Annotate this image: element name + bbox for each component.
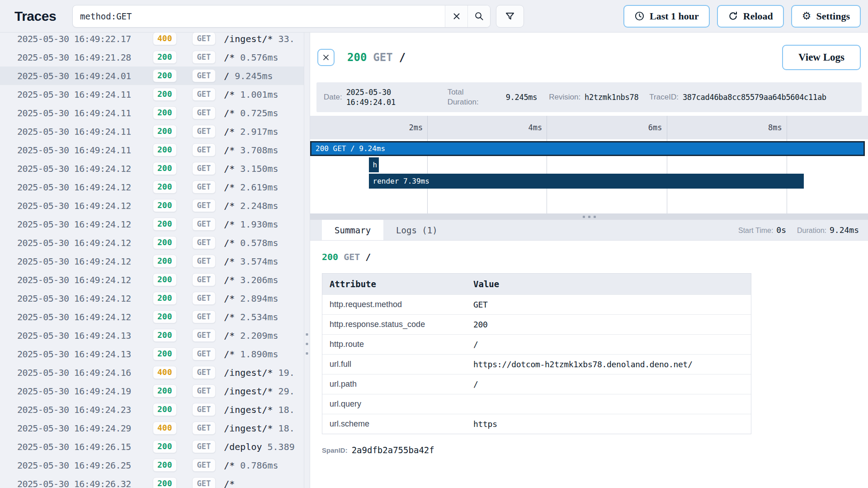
span-timeline: 2ms4ms6ms8ms 200 GET / 9.24mshrender 7.3…	[310, 116, 868, 213]
trace-row[interactable]: 2025-05-30 16:49:24.12200GET/*3.574ms	[0, 252, 304, 270]
trace-path-cell: /*1.001ms	[224, 89, 278, 100]
tab-logs[interactable]: Logs (1)	[383, 220, 450, 240]
trace-path: /ingest/*	[224, 423, 273, 434]
attribute-table-body: http.request.methodGEThttp.response.stat…	[322, 294, 751, 434]
trace-row[interactable]: 2025-05-30 16:49:24.12200GET/*2.894ms	[0, 289, 304, 308]
panel-resize-handle[interactable]	[304, 33, 310, 488]
method-badge: GET	[192, 440, 216, 453]
trace-duration: 2.209ms	[240, 330, 278, 341]
trace-row[interactable]: 2025-05-30 16:49:24.29400GET/ingest/*18.	[0, 419, 304, 437]
status-badge: 200	[153, 236, 177, 249]
tick-label: 6ms	[648, 116, 667, 139]
page-title: Traces	[14, 9, 56, 24]
filter-button[interactable]	[496, 5, 524, 28]
trace-path-cell: /*	[224, 479, 240, 488]
trace-timestamp: 2025-05-30 16:49:26.32	[17, 479, 153, 488]
search-button[interactable]	[467, 5, 490, 27]
tab-summary[interactable]: Summary	[322, 220, 383, 240]
close-detail-button[interactable]	[317, 49, 335, 66]
method-badge: GET	[192, 125, 216, 138]
trace-row[interactable]: 2025-05-30 16:49:24.12200GET/*1.930ms	[0, 215, 304, 233]
attribute-name: url.scheme	[330, 419, 473, 429]
trace-row[interactable]: 2025-05-30 16:49:24.12200GET/*0.578ms	[0, 233, 304, 252]
attribute-value: 200	[473, 320, 744, 329]
trace-timestamp: 2025-05-30 16:49:24.13	[17, 349, 153, 360]
trace-row[interactable]: 2025-05-30 16:49:24.19200GET/ingest/*29.	[0, 382, 304, 400]
span-id-value: 2a9dfb2a755ba42f	[352, 445, 434, 455]
method-badge: GET	[192, 403, 216, 416]
trace-row[interactable]: 2025-05-30 16:49:24.01200GET/9.245ms	[0, 66, 304, 85]
trace-row[interactable]: 2025-05-30 16:49:24.13200GET/*2.209ms	[0, 326, 304, 345]
trace-row[interactable]: 2025-05-30 16:49:21.28200GET/*0.576ms	[0, 48, 304, 66]
search-input[interactable]: method:GET	[73, 5, 445, 27]
clear-search-button[interactable]	[445, 5, 467, 27]
trace-row[interactable]: 2025-05-30 16:49:24.23200GET/ingest/*18.	[0, 400, 304, 419]
trace-row[interactable]: 2025-05-30 16:49:24.12200GET/*2.248ms	[0, 196, 304, 215]
trace-row[interactable]: 2025-05-30 16:49:26.32200GET/*	[0, 474, 304, 488]
trace-path: /ingest/*	[224, 404, 273, 415]
trace-duration: 29.	[278, 386, 295, 397]
drag-dots-vertical	[306, 333, 308, 355]
attribute-row: http.response.status_code200	[322, 314, 751, 334]
trace-path: /*	[224, 275, 235, 285]
trace-duration: 2.894ms	[240, 293, 278, 304]
settings-button[interactable]: ⚙ Settings	[791, 5, 861, 28]
span-bar[interactable]: h	[369, 157, 379, 172]
trace-row[interactable]: 2025-05-30 16:49:26.25200GET/*0.786ms	[0, 456, 304, 474]
trace-timestamp: 2025-05-30 16:49:24.12	[17, 237, 153, 248]
trace-path-cell: /9.245ms	[224, 71, 273, 81]
attribute-value: /	[473, 379, 744, 389]
trace-path: /*	[224, 219, 235, 230]
trace-row[interactable]: 2025-05-30 16:49:24.13200GET/*1.890ms	[0, 345, 304, 363]
trace-row[interactable]: 2025-05-30 16:49:24.12200GET/*2.534ms	[0, 308, 304, 326]
trace-path: /*	[224, 237, 235, 248]
time-range-button[interactable]: Last 1 hour	[623, 5, 710, 28]
method-badge: GET	[192, 33, 216, 45]
trace-row[interactable]: 2025-05-30 16:49:26.15200GET/deploy5.389	[0, 437, 304, 456]
method-badge: GET	[192, 422, 216, 435]
span-bar[interactable]: render 7.39ms	[369, 174, 804, 189]
trace-path-cell: /*0.576ms	[224, 52, 278, 63]
trace-timestamp: 2025-05-30 16:49:24.11	[17, 89, 153, 100]
trace-path-cell: /ingest/*33.	[224, 33, 295, 44]
trace-path: /	[399, 51, 406, 64]
trace-duration: 19.	[278, 367, 295, 378]
method-badge: GET	[192, 162, 216, 175]
status-badge: 200	[153, 292, 177, 305]
attribute-row: http.request.methodGET	[322, 294, 751, 314]
trace-duration: 3.708ms	[240, 145, 278, 156]
main-area: 2025-05-30 16:49:22.17400GET/ingest/*33.…	[0, 33, 868, 488]
timeline-resize-handle[interactable]	[310, 213, 868, 220]
trace-row[interactable]: 2025-05-30 16:49:24.11200GET/*3.708ms	[0, 141, 304, 159]
method-badge: GET	[192, 273, 216, 286]
trace-duration: 0.578ms	[240, 237, 278, 248]
trace-path: /*	[224, 349, 235, 360]
span-bar[interactable]: 200 GET / 9.24ms	[310, 141, 865, 156]
trace-row[interactable]: 2025-05-30 16:49:24.12200GET/*3.150ms	[0, 159, 304, 178]
trace-path: /*	[224, 479, 235, 488]
method-badge: GET	[192, 218, 216, 231]
trace-row[interactable]: 2025-05-30 16:49:24.12200GET/*2.619ms	[0, 178, 304, 196]
method-badge: GET	[192, 310, 216, 323]
meta-revision: Revision: h2tzmk1nbs78	[549, 93, 638, 102]
trace-path: /*	[224, 293, 235, 304]
reload-button[interactable]: Reload	[717, 5, 784, 28]
trace-row[interactable]: 2025-05-30 16:49:24.11200GET/*1.001ms	[0, 85, 304, 104]
trace-row[interactable]: 2025-05-30 16:49:24.11200GET/*2.917ms	[0, 122, 304, 141]
date-label: Date:	[324, 93, 342, 102]
trace-detail-panel: 200 GET / View Logs Date: 2025-05-30 16:…	[310, 33, 868, 488]
drag-dots-horizontal	[583, 216, 585, 218]
trace-row[interactable]: 2025-05-30 16:49:24.12200GET/*3.206ms	[0, 270, 304, 289]
detail-header: 200 GET / View Logs	[310, 33, 868, 82]
status-badge: 200	[153, 255, 177, 268]
trace-path-cell: /*3.708ms	[224, 145, 278, 156]
trace-row[interactable]: 2025-05-30 16:49:22.17400GET/ingest/*33.	[0, 33, 304, 48]
date-value: 2025-05-30 16:49:24.01	[346, 87, 397, 107]
trace-path: /	[224, 71, 229, 81]
status-badge: 200	[153, 403, 177, 416]
trace-row[interactable]: 2025-05-30 16:49:24.16400GET/ingest/*19.	[0, 363, 304, 382]
trace-row[interactable]: 2025-05-30 16:49:24.11200GET/*0.725ms	[0, 104, 304, 122]
view-logs-button[interactable]: View Logs	[782, 45, 861, 70]
method-badge: GET	[192, 180, 216, 194]
trace-duration: 2.917ms	[240, 126, 278, 137]
